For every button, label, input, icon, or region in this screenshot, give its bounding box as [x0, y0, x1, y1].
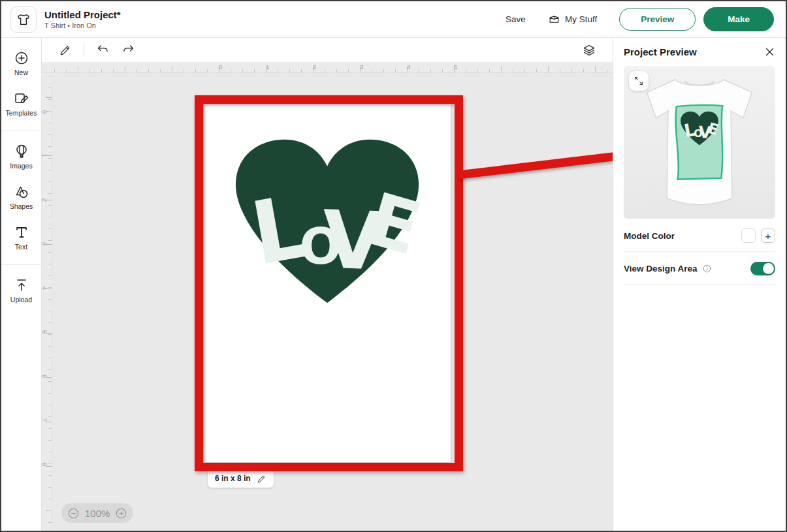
horizontal-ruler: 0 1 2 3 4 5 — [52, 63, 613, 73]
sidebar-label-templates: Templates — [6, 109, 37, 117]
edit-size-pencil-icon — [257, 474, 266, 484]
sidebar-label-upload: Upload — [10, 296, 32, 304]
v-ruler-label: 1 — [41, 154, 48, 157]
close-panel-button[interactable] — [764, 46, 775, 57]
artboard-size-label[interactable]: 6 in x 8 in — [208, 469, 274, 488]
redo-button[interactable] — [121, 43, 135, 57]
tshirt-mockup: L O V E — [635, 70, 763, 215]
sidebar-label-text: Text — [15, 243, 27, 251]
save-button[interactable]: Save — [506, 14, 526, 24]
zoom-out-button[interactable] — [67, 507, 80, 520]
love-heart-design[interactable]: L O V E — [227, 134, 428, 307]
make-button[interactable]: Make — [703, 7, 774, 31]
v-ruler-label: 7 — [41, 418, 48, 422]
zoom-level: 100% — [85, 508, 110, 519]
left-sidebar: New Templates Images Shapes Text — [1, 38, 42, 531]
view-design-area-row: View Design Area — [624, 262, 775, 275]
view-design-area-label: View Design Area — [624, 264, 698, 274]
preview-button[interactable]: Preview — [619, 8, 696, 31]
pencil-icon — [59, 44, 72, 57]
header: Untitled Project* T Shirt • Iron On Save… — [1, 1, 786, 38]
edit-pencil-button[interactable] — [59, 44, 72, 57]
zoom-control: 100% — [61, 503, 133, 523]
sidebar-item-new[interactable]: New — [1, 43, 41, 84]
sidebar-item-templates[interactable]: Templates — [1, 84, 41, 124]
sidebar-item-images[interactable]: Images — [1, 136, 41, 177]
expand-preview-button[interactable] — [629, 71, 649, 91]
template-pencil-icon — [14, 91, 29, 106]
sidebar-label-shapes: Shapes — [10, 202, 33, 210]
v-ruler-label: 6 — [41, 375, 48, 378]
model-color-label: Model Color — [624, 231, 675, 241]
close-icon — [764, 46, 775, 57]
layers-button[interactable] — [583, 44, 596, 57]
v-ruler-label: 3 — [41, 242, 48, 245]
add-model-color-button[interactable]: + — [761, 228, 775, 243]
model-color-row: Model Color + — [624, 228, 775, 243]
v-ruler-label: 0 — [41, 110, 48, 114]
upload-arrow-icon — [14, 277, 29, 293]
size-text: 6 in x 8 in — [215, 474, 251, 483]
sidebar-label-new: New — [14, 69, 28, 76]
toolbar-divider — [84, 44, 84, 56]
h-ruler-label: 5 — [454, 63, 457, 70]
panel-divider — [624, 251, 775, 252]
sidebar-item-shapes[interactable]: Shapes — [1, 177, 41, 217]
shapes-icon — [14, 184, 29, 200]
project-tshirt-button[interactable] — [10, 7, 37, 33]
sidebar-label-images: Images — [10, 162, 32, 170]
toggle-knob — [763, 263, 774, 274]
redo-icon — [121, 43, 135, 57]
h-ruler-label: 4 — [407, 63, 410, 70]
view-design-area-toggle[interactable] — [750, 262, 775, 275]
h-ruler-label: 1 — [266, 63, 269, 70]
h-ruler-label: 3 — [360, 63, 363, 70]
h-ruler-label: 0 — [219, 63, 222, 70]
expand-icon — [634, 76, 644, 86]
project-subtitle: T Shirt • Iron On — [44, 22, 121, 29]
love-heart-svg: L O V E — [227, 134, 428, 307]
hot-air-balloon-icon — [14, 144, 29, 159]
sidebar-item-upload[interactable]: Upload — [1, 270, 41, 311]
tshirt-preview-card: L O V E — [624, 66, 775, 219]
h-ruler-label: 2 — [313, 63, 316, 70]
sidebar-item-text[interactable]: Text — [1, 217, 41, 258]
layers-icon — [583, 44, 596, 57]
zoom-in-button[interactable] — [115, 507, 127, 520]
project-preview-panel: Project Preview L O V E — [613, 38, 786, 531]
v-ruler-label: 8 — [41, 463, 48, 466]
app-window: Untitled Project* T Shirt • Iron On Save… — [0, 0, 787, 532]
text-icon — [14, 225, 29, 240]
panel-title: Project Preview — [624, 46, 697, 57]
info-icon[interactable] — [702, 264, 712, 274]
open-box-icon — [548, 13, 560, 25]
my-stuff-button[interactable]: My Stuff — [548, 13, 597, 25]
canvas-toolbar — [42, 38, 613, 63]
v-ruler-label: 4 — [41, 287, 48, 290]
model-color-swatch[interactable] — [741, 228, 756, 243]
vertical-ruler: 0 1 2 3 4 5 6 7 8 — [42, 73, 52, 531]
undo-button[interactable] — [96, 43, 110, 57]
undo-icon — [96, 43, 110, 57]
project-title-block: Untitled Project* T Shirt • Iron On — [44, 9, 121, 29]
my-stuff-label: My Stuff — [565, 14, 597, 24]
artboard: L O V E — [204, 104, 451, 462]
v-ruler-label: 2 — [41, 198, 48, 202]
ruler-corner — [42, 63, 52, 73]
canvas-area: 0 1 2 3 4 5 0 1 2 3 4 5 6 7 8 L O — [42, 38, 613, 531]
plus-circle-icon — [14, 50, 29, 66]
tshirt-icon — [16, 12, 31, 27]
project-title: Untitled Project* — [44, 9, 121, 20]
v-ruler-label: 5 — [41, 330, 48, 334]
panel-divider — [624, 284, 775, 285]
